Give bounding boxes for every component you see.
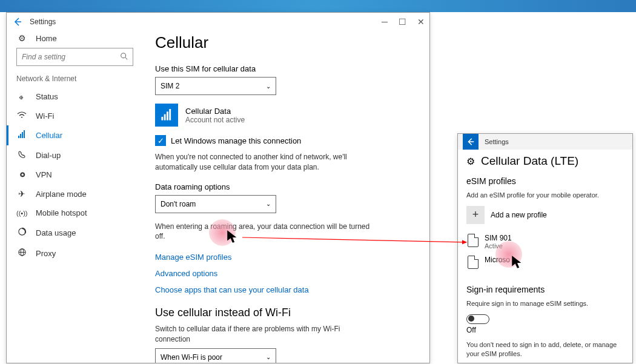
toggle-state: Off — [466, 326, 624, 334]
sidebar: ⚙ Home Network & Internet 🜨 Status Wi-Fi — [7, 31, 143, 363]
sidebar-item-label: Wi-Fi — [36, 111, 54, 121]
checkbox-label: Let Windows manage this connection — [171, 136, 301, 145]
signin-toggle[interactable] — [466, 314, 489, 324]
auto-use-text: When you're not connected to another kin… — [155, 152, 373, 173]
back-button[interactable] — [12, 16, 24, 28]
search-input[interactable] — [16, 48, 133, 66]
sidebar-item-label: Cellular — [36, 131, 62, 140]
svg-rect-13 — [169, 109, 171, 121]
cellular-tile[interactable] — [155, 104, 178, 127]
back-button[interactable] — [463, 134, 479, 150]
wifi-icon — [16, 111, 27, 121]
add-profile-button[interactable]: + Add a new profile — [466, 206, 624, 224]
sidebar-item-home[interactable]: ⚙ Home — [7, 31, 143, 48]
chevron-down-icon: ⌄ — [266, 200, 271, 207]
chevron-down-icon: ⌄ — [266, 354, 271, 360]
maximize-button[interactable]: ☐ — [399, 17, 406, 27]
sidebar-item-label: Airplane mode — [36, 190, 87, 199]
link-advanced-options[interactable]: Advanced options — [155, 269, 217, 278]
sim-select[interactable]: SIM 2 ⌄ — [155, 77, 276, 95]
titlebar-secondary: Settings — [458, 134, 632, 150]
sim-card-icon — [468, 256, 479, 269]
profile-name: Microso — [485, 256, 510, 264]
proxy-icon — [16, 248, 27, 259]
sidebar-item-dialup[interactable]: Dial-up — [7, 145, 143, 165]
esim-profile-row[interactable]: SIM 901 Active — [466, 234, 624, 250]
fallback-header: Use cellular instead of Wi-Fi — [155, 306, 417, 319]
esim-profile-row[interactable]: Microso — [466, 256, 624, 269]
svg-rect-10 — [161, 117, 163, 121]
svg-rect-3 — [20, 134, 21, 138]
svg-line-1 — [125, 58, 128, 60]
cellular-icon — [16, 130, 27, 141]
sidebar-item-label: Dial-up — [36, 151, 61, 160]
roaming-select[interactable]: Don't roam ⌄ — [155, 195, 276, 213]
page-title: Cellular Data (LTE) — [481, 154, 578, 168]
svg-rect-12 — [167, 111, 168, 120]
chevron-down-icon: ⌄ — [266, 83, 271, 90]
svg-rect-11 — [164, 114, 166, 121]
sidebar-item-label: VPN — [36, 170, 52, 179]
roaming-selected-value: Don't roam — [161, 200, 196, 208]
phone-icon — [16, 150, 27, 160]
svg-point-0 — [121, 53, 126, 58]
add-profile-label: Add a new profile — [491, 211, 547, 219]
sidebar-item-status[interactable]: 🜨 Status — [7, 87, 143, 106]
fallback-selected-value: When Wi-Fi is poor — [161, 353, 222, 362]
sidebar-item-proxy[interactable]: Proxy — [7, 243, 143, 263]
signin-sub: Require sign in to manage eSIM settings. — [466, 299, 624, 308]
roaming-label: Data roaming options — [155, 182, 417, 191]
profile-status: Active — [485, 242, 512, 250]
svg-rect-2 — [18, 136, 19, 138]
window-title: Settings — [485, 138, 509, 145]
sidebar-item-vpn[interactable]: ✪ VPN — [7, 165, 143, 184]
back-arrow-icon — [466, 137, 475, 146]
sidebar-group-header: Network & Internet — [7, 74, 143, 87]
fallback-label: Switch to cellular data if there are pro… — [155, 324, 373, 345]
link-choose-apps[interactable]: Choose apps that can use your cellular d… — [155, 285, 309, 294]
sidebar-item-hotspot[interactable]: ((•)) Mobile hotspot — [7, 204, 143, 222]
esim-profiles-sub: Add an eSIM profile for your mobile oper… — [466, 191, 624, 200]
plus-icon: + — [466, 206, 485, 224]
tile-subtitle: Account not active — [185, 116, 245, 124]
esim-profiles-header: eSIM profiles — [466, 176, 624, 186]
window-title: Settings — [30, 18, 56, 26]
minimize-button[interactable]: ─ — [382, 17, 388, 27]
settings-window-secondary: Settings ⚙ Cellular Data (LTE) eSIM prof… — [457, 133, 633, 363]
sidebar-item-label: Mobile hotspot — [36, 208, 87, 217]
profile-name: SIM 901 — [485, 234, 512, 242]
link-manage-esim[interactable]: Manage eSIM profiles — [155, 253, 231, 262]
close-button[interactable]: ✕ — [417, 17, 425, 27]
sidebar-item-datausage[interactable]: Data usage — [7, 222, 143, 243]
gear-icon: ⚙ — [16, 33, 27, 43]
manage-connection-checkbox[interactable]: ✓ — [155, 135, 166, 146]
signin-text: You don't need to sign in to add, delete… — [466, 340, 624, 359]
sidebar-item-label: Proxy — [36, 249, 56, 258]
settings-window-main: Settings ─ ☐ ✕ ⚙ Home Network & Internet… — [6, 12, 430, 363]
sidebar-item-label: Data usage — [36, 228, 76, 237]
search-icon — [120, 52, 128, 62]
data-usage-icon — [16, 227, 27, 238]
roaming-text: When entering a roaming area, your data … — [155, 222, 373, 242]
sim-selected-value: SIM 2 — [161, 82, 179, 90]
titlebar-main: Settings ─ ☐ ✕ — [7, 13, 429, 31]
sidebar-item-airplane[interactable]: ✈ Airplane mode — [7, 184, 143, 204]
hotspot-icon: ((•)) — [16, 210, 27, 217]
sim-card-icon — [468, 234, 479, 247]
signal-bars-icon — [161, 109, 173, 121]
globe-icon: 🜨 — [16, 91, 27, 101]
airplane-icon: ✈ — [16, 189, 27, 199]
gear-icon: ⚙ — [466, 156, 475, 167]
svg-rect-5 — [24, 130, 25, 138]
vpn-icon: ✪ — [16, 171, 27, 178]
fallback-select[interactable]: When Wi-Fi is poor ⌄ — [155, 348, 276, 363]
sidebar-item-wifi[interactable]: Wi-Fi — [7, 106, 143, 125]
home-label: Home — [36, 34, 57, 43]
page-title: Cellular — [155, 33, 417, 52]
desktop-background — [0, 0, 636, 12]
sidebar-item-label: Status — [36, 92, 58, 101]
content-pane: Cellular Use this SIM for cellular data … — [143, 31, 429, 363]
sidebar-item-cellular[interactable]: Cellular — [7, 125, 143, 145]
use-sim-label: Use this SIM for cellular data — [155, 64, 417, 73]
tile-title: Cellular Data — [185, 107, 245, 116]
